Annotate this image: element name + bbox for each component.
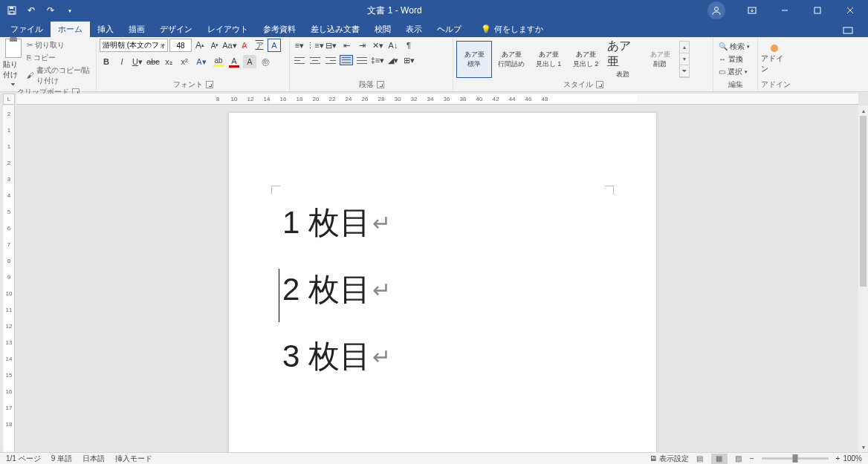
tab-draw[interactable]: 描画	[121, 22, 152, 37]
tell-me-search[interactable]: 💡 何をしますか	[475, 22, 549, 37]
change-case-button[interactable]: Aa▾	[223, 39, 236, 52]
web-layout-button[interactable]: ▧	[731, 454, 747, 464]
highlight-button[interactable]: ab	[212, 56, 225, 67]
sort-button[interactable]: A↓	[386, 39, 400, 52]
scroll-down-button[interactable]: ▾	[858, 442, 868, 452]
vertical-scrollbar[interactable]: ▴ ▾	[858, 105, 868, 452]
status-page[interactable]: 1/1 ページ	[6, 454, 41, 464]
undo-button[interactable]: ↶	[22, 1, 40, 19]
tab-layout[interactable]: レイアウト	[200, 22, 256, 37]
share-button[interactable]	[837, 24, 859, 37]
font-size-input[interactable]	[169, 39, 192, 52]
zoom-in-button[interactable]: +	[836, 454, 841, 463]
status-language[interactable]: 日本語	[82, 454, 105, 464]
shrink-font-button[interactable]: A▾	[208, 39, 221, 52]
tab-help[interactable]: ヘルプ	[430, 22, 469, 37]
tab-home[interactable]: ホーム	[51, 22, 90, 37]
subscript-button[interactable]: x₂	[162, 55, 175, 68]
scroll-up-button[interactable]: ▴	[858, 105, 868, 116]
minimize-button[interactable]	[770, 0, 800, 21]
styles-dialog-launcher[interactable]	[596, 81, 603, 88]
horizontal-ruler[interactable]: 8101214161820222426283032343638404244464…	[16, 94, 858, 105]
svg-rect-2	[10, 11, 14, 14]
align-left-button[interactable]	[293, 55, 306, 65]
qat-customize[interactable]: ▾	[61, 1, 79, 19]
align-right-button[interactable]	[324, 55, 337, 65]
page[interactable]: 1 枚目↵ 2 枚目↵ 3 枚目↵	[229, 113, 656, 452]
document-line[interactable]: 2 枚目↵	[282, 269, 391, 310]
character-border-button[interactable]: A	[268, 39, 281, 52]
zoom-slider[interactable]	[762, 457, 829, 460]
tab-file[interactable]: ファイル	[3, 22, 51, 37]
phonetic-guide-button[interactable]: ア	[253, 39, 266, 52]
zoom-level[interactable]: 100%	[843, 454, 862, 463]
document-line[interactable]: 3 枚目↵	[282, 336, 391, 377]
status-words[interactable]: 9 単語	[51, 454, 72, 464]
paragraph-dialog-launcher[interactable]	[377, 81, 384, 88]
font-name-input[interactable]	[100, 39, 168, 52]
clear-formatting-button[interactable]: A̷	[238, 39, 251, 52]
tab-view[interactable]: 表示	[398, 22, 430, 37]
document-line[interactable]: 1 枚目↵	[282, 202, 391, 244]
select-button[interactable]: ▭選択▾	[716, 66, 752, 78]
numbering-button[interactable]: ⋮≡▾	[308, 39, 322, 52]
borders-button[interactable]: ⊞▾	[402, 53, 415, 67]
underline-button[interactable]: U▾	[131, 55, 144, 68]
font-dialog-launcher[interactable]	[206, 81, 213, 88]
style-nospacing[interactable]: あア亜行間詰め	[493, 41, 529, 78]
font-color-button[interactable]: A	[227, 56, 241, 68]
tab-review[interactable]: 校閲	[367, 22, 398, 37]
style-title[interactable]: あア亜表題	[605, 41, 641, 78]
cut-button[interactable]: ✂切り取り	[25, 39, 94, 51]
styles-scroll[interactable]: ▴▾⏷	[679, 41, 690, 78]
align-justify-button[interactable]	[340, 55, 353, 65]
vertical-ruler[interactable]: 54321123456789101112131415161718	[3, 105, 15, 452]
zoom-out-button[interactable]: −	[750, 454, 754, 463]
user-avatar[interactable]	[707, 1, 725, 19]
print-layout-button[interactable]: ▦	[711, 454, 728, 464]
status-mode[interactable]: 挿入モード	[115, 454, 152, 464]
ribbon-display-options[interactable]	[737, 0, 767, 21]
style-heading2[interactable]: あア亜見出し 2	[568, 41, 603, 78]
addin-button[interactable]: アドイン	[761, 45, 788, 74]
asian-layout-button[interactable]: ✕▾	[371, 39, 384, 52]
replace-button[interactable]: ↔置換	[716, 53, 752, 65]
display-settings-button[interactable]: 🖥表示設定	[650, 454, 689, 464]
bold-button[interactable]: B	[100, 55, 113, 68]
tab-design[interactable]: デザイン	[152, 22, 200, 37]
show-marks-button[interactable]: ¶	[402, 39, 415, 52]
grow-font-button[interactable]: A▴	[193, 39, 207, 52]
style-subtitle[interactable]: あア亜副題	[642, 41, 678, 78]
character-shading-button[interactable]: A	[243, 55, 256, 68]
strikethrough-button[interactable]: abc	[146, 55, 160, 68]
align-center-button[interactable]	[308, 55, 322, 65]
find-button[interactable]: 🔍検索▾	[716, 41, 752, 53]
read-mode-button[interactable]: ▤	[692, 454, 708, 464]
tab-insert[interactable]: 挿入	[90, 22, 121, 37]
shading-button[interactable]: ◢▾	[386, 53, 400, 67]
superscript-button[interactable]: x²	[178, 55, 191, 68]
align-distributed-button[interactable]	[355, 55, 369, 65]
document-area[interactable]: 1 枚目↵ 2 枚目↵ 3 枚目↵	[16, 105, 858, 452]
style-normal[interactable]: あア亜標準	[456, 41, 492, 78]
multilevel-list-button[interactable]: ⊟▾	[324, 39, 337, 52]
bullets-button[interactable]: ≡▾	[293, 39, 306, 52]
tab-mailings[interactable]: 差し込み文書	[303, 22, 367, 37]
close-button[interactable]	[835, 0, 865, 21]
style-heading1[interactable]: あア亜見出し 1	[531, 41, 566, 78]
line-spacing-button[interactable]: ‡≡▾	[371, 53, 384, 67]
scroll-thumb[interactable]	[860, 116, 867, 287]
enclose-character-button[interactable]: ㊞	[259, 55, 272, 68]
format-painter-button[interactable]: 🖌書式のコピー/貼り付け	[25, 65, 94, 87]
copy-button[interactable]: ⎘コピー	[25, 52, 94, 64]
decrease-indent-button[interactable]: ⇤	[340, 39, 353, 52]
save-button[interactable]	[3, 1, 21, 19]
paste-button[interactable]: 貼り付け ⏷	[3, 39, 24, 87]
italic-button[interactable]: I	[115, 55, 129, 68]
tab-references[interactable]: 参考資料	[256, 22, 303, 37]
text-effects-button[interactable]: A▾	[193, 55, 210, 68]
tab-selector[interactable]: L	[3, 94, 15, 105]
increase-indent-button[interactable]: ⇥	[355, 39, 369, 52]
redo-button[interactable]: ↷	[42, 1, 59, 19]
maximize-button[interactable]	[803, 0, 832, 21]
